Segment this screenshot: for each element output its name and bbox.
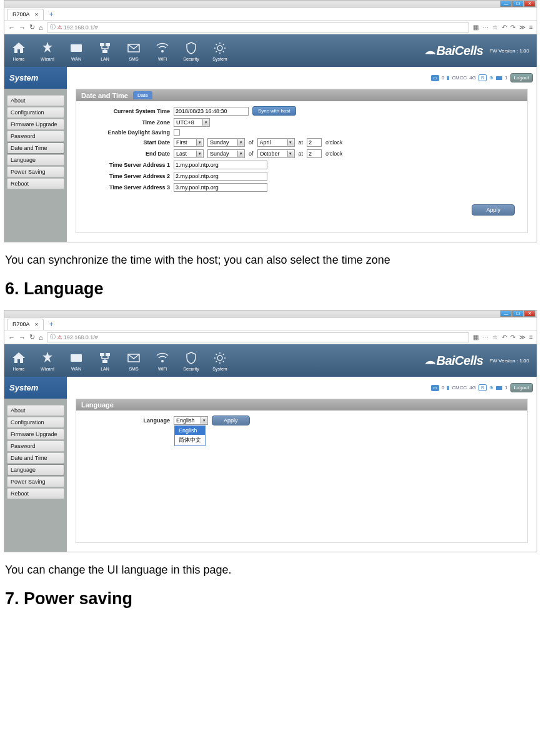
security-icon xyxy=(183,40,199,56)
sidebar-item-language[interactable]: Language xyxy=(7,154,64,166)
reader-icon[interactable]: ▦ xyxy=(473,334,479,341)
end-pos-select[interactable]: Last▾ xyxy=(174,149,204,158)
svg-point-5 xyxy=(217,46,222,51)
panel-tab-date[interactable]: Date xyxy=(133,91,152,99)
nav-sms[interactable]: SMS xyxy=(119,350,148,371)
ts2-input[interactable] xyxy=(174,172,267,181)
nav-wifi[interactable]: WiFi xyxy=(148,40,177,61)
forward-button[interactable]: → xyxy=(19,334,26,341)
sync-with-host-button[interactable]: Sync with host xyxy=(252,106,296,116)
sidebar-item-password[interactable]: Password xyxy=(7,440,64,452)
back-button[interactable]: ← xyxy=(8,334,15,341)
start-day-select[interactable]: Sunday▾ xyxy=(207,138,245,147)
new-tab-button[interactable]: + xyxy=(46,9,56,19)
nav-system[interactable]: System xyxy=(206,350,234,371)
timezone-select[interactable]: UTC+8▾ xyxy=(174,118,210,127)
window-maximize-button[interactable]: ☐ xyxy=(512,311,524,317)
window-titlebar: — ☐ ✕ xyxy=(4,1,537,8)
url-input[interactable]: ⓘ ⚠ 192.168.0.1/# xyxy=(47,332,470,342)
nav-lan[interactable]: LAN xyxy=(91,40,119,61)
sidebar-item-configuration[interactable]: Configuration xyxy=(7,107,64,118)
apply-button[interactable]: Apply xyxy=(472,204,515,216)
status-carrier: CMCC xyxy=(452,385,467,390)
sidebar-item-date-and-time[interactable]: Date and Time xyxy=(7,452,64,464)
status-badge: ▭ xyxy=(431,385,439,391)
overflow-icon[interactable]: ≫ xyxy=(519,24,525,31)
svg-rect-2 xyxy=(106,43,110,46)
more-icon[interactable]: ⋯ xyxy=(482,334,489,341)
nav-security[interactable]: Security xyxy=(177,40,206,61)
language-option-english[interactable]: English xyxy=(175,426,205,435)
reader-icon[interactable]: ▦ xyxy=(473,24,479,31)
reload-button[interactable]: ↻ xyxy=(29,23,35,31)
nav-lan[interactable]: LAN xyxy=(91,350,119,371)
home-button[interactable]: ⌂ xyxy=(39,24,43,31)
forward-button[interactable]: → xyxy=(19,24,26,31)
tab-close-icon[interactable]: × xyxy=(35,11,39,18)
window-minimize-button[interactable]: — xyxy=(500,1,512,7)
redo-icon[interactable]: ↷ xyxy=(510,24,515,31)
url-input[interactable]: ⓘ ⚠ 192.168.0.1/# xyxy=(47,22,470,32)
ts1-input[interactable] xyxy=(174,161,267,169)
overflow-icon[interactable]: ≫ xyxy=(519,334,525,341)
sidebar-item-reboot[interactable]: Reboot xyxy=(7,178,64,189)
nav-home[interactable]: Home xyxy=(4,350,33,371)
bookmark-icon[interactable]: ☆ xyxy=(492,334,498,341)
current-time-input[interactable] xyxy=(174,107,249,116)
end-hour-input[interactable] xyxy=(307,149,322,158)
new-tab-button[interactable]: + xyxy=(46,319,56,329)
back-button[interactable]: ← xyxy=(8,24,15,31)
dst-checkbox[interactable] xyxy=(174,129,180,136)
nav-wifi[interactable]: WiFi xyxy=(148,350,177,371)
nav-sms[interactable]: SMS xyxy=(119,40,148,61)
browser-tab[interactable]: R700A × xyxy=(7,319,44,330)
menu-icon[interactable]: ≡ xyxy=(529,24,533,31)
start-month-select[interactable]: April▾ xyxy=(257,138,295,147)
apply-button[interactable]: Apply xyxy=(212,415,250,425)
nav-wizard[interactable]: Wizard xyxy=(33,40,62,61)
end-month-select[interactable]: October▾ xyxy=(257,149,295,158)
sidebar-item-about[interactable]: About xyxy=(7,405,64,416)
nav-system[interactable]: System xyxy=(206,40,234,61)
nav-wan[interactable]: WAN xyxy=(62,40,91,61)
status-sig: R xyxy=(479,74,487,81)
sidebar-item-firmware-upgrade[interactable]: Firmware Upgrade xyxy=(7,429,64,440)
signal-icon: ▮ xyxy=(447,75,449,81)
sidebar-item-date-and-time[interactable]: Date and Time xyxy=(7,142,64,154)
start-hour-input[interactable] xyxy=(307,138,322,147)
sidebar-item-firmware-upgrade[interactable]: Firmware Upgrade xyxy=(7,119,64,130)
undo-icon[interactable]: ↶ xyxy=(502,24,507,31)
start-pos-select[interactable]: First▾ xyxy=(174,138,204,147)
sidebar-item-configuration[interactable]: Configuration xyxy=(7,417,64,428)
window-close-button[interactable]: ✕ xyxy=(524,311,535,317)
sidebar-item-power-saving[interactable]: Power Saving xyxy=(7,476,64,487)
bookmark-icon[interactable]: ☆ xyxy=(492,24,498,31)
undo-icon[interactable]: ↶ xyxy=(502,334,507,341)
window-minimize-button[interactable]: — xyxy=(500,311,512,317)
language-select[interactable]: English ▾ English 简体中文 xyxy=(174,416,208,425)
end-day-select[interactable]: Sunday▾ xyxy=(207,149,245,158)
sidebar: System About Configuration Firmware Upgr… xyxy=(4,67,67,242)
redo-icon[interactable]: ↷ xyxy=(510,334,515,341)
sidebar-item-power-saving[interactable]: Power Saving xyxy=(7,166,64,177)
sidebar-item-about[interactable]: About xyxy=(7,95,64,106)
logout-button[interactable]: Logout xyxy=(510,73,533,82)
nav-home[interactable]: Home xyxy=(4,40,33,61)
menu-icon[interactable]: ≡ xyxy=(529,334,533,341)
nav-wizard[interactable]: Wizard xyxy=(33,350,62,371)
tab-close-icon[interactable]: × xyxy=(35,321,39,328)
logout-button[interactable]: Logout xyxy=(510,383,533,392)
more-icon[interactable]: ⋯ xyxy=(482,24,489,31)
window-close-button[interactable]: ✕ xyxy=(524,1,535,7)
window-maximize-button[interactable]: ☐ xyxy=(512,1,524,7)
browser-tab[interactable]: R700A × xyxy=(7,9,44,20)
nav-security[interactable]: Security xyxy=(177,350,206,371)
ts3-input[interactable] xyxy=(174,183,267,192)
nav-wan[interactable]: WAN xyxy=(62,350,91,371)
reload-button[interactable]: ↻ xyxy=(29,333,35,341)
sidebar-item-language[interactable]: Language xyxy=(7,464,64,475)
home-button[interactable]: ⌂ xyxy=(39,334,43,341)
sidebar-item-reboot[interactable]: Reboot xyxy=(7,488,64,499)
sidebar-item-password[interactable]: Password xyxy=(7,131,64,142)
language-option-chinese[interactable]: 简体中文 xyxy=(175,435,205,445)
